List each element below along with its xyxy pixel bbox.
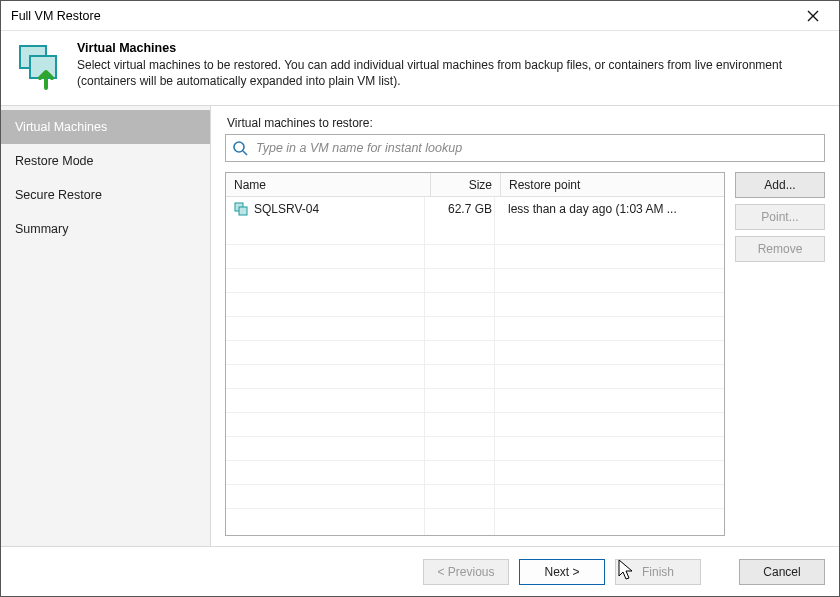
banner-icon [15, 41, 65, 91]
side-buttons: Add... Point... Remove [735, 172, 825, 536]
body: Virtual Machines Restore Mode Secure Res… [1, 106, 839, 546]
sidebar-item-label: Virtual Machines [15, 120, 107, 134]
close-icon [807, 10, 819, 22]
cell-size: 62.7 GB [430, 197, 500, 221]
grid-body[interactable]: SQLSRV-04 62.7 GB less than a day ago (1… [226, 197, 724, 535]
banner-text: Virtual Machines Select virtual machines… [77, 41, 825, 89]
banner-title: Virtual Machines [77, 41, 825, 55]
wizard-sidebar: Virtual Machines Restore Mode Secure Res… [1, 106, 211, 546]
remove-button: Remove [735, 236, 825, 262]
main-panel: Virtual machines to restore: Name Size R… [211, 106, 839, 546]
wizard-window: Full VM Restore Virtual Machines Select … [0, 0, 840, 597]
add-button[interactable]: Add... [735, 172, 825, 198]
grid-header: Name Size Restore point [226, 173, 724, 197]
sidebar-item-label: Restore Mode [15, 154, 94, 168]
search-box[interactable] [225, 134, 825, 162]
search-input[interactable] [254, 135, 818, 161]
titlebar: Full VM Restore [1, 1, 839, 31]
vm-icon [234, 202, 248, 216]
sidebar-item-secure-restore[interactable]: Secure Restore [1, 178, 210, 212]
point-button: Point... [735, 204, 825, 230]
window-title: Full VM Restore [11, 9, 795, 23]
wizard-footer: < Previous Next > Finish Cancel [1, 546, 839, 596]
finish-button: Finish [615, 559, 701, 585]
cancel-button[interactable]: Cancel [739, 559, 825, 585]
column-header-name[interactable]: Name [226, 173, 430, 196]
sidebar-item-restore-mode[interactable]: Restore Mode [1, 144, 210, 178]
search-icon [232, 140, 248, 156]
banner: Virtual Machines Select virtual machines… [1, 31, 839, 106]
section-label: Virtual machines to restore: [227, 116, 825, 130]
banner-description: Select virtual machines to be restored. … [77, 57, 825, 89]
next-button[interactable]: Next > [519, 559, 605, 585]
sidebar-item-label: Summary [15, 222, 68, 236]
sidebar-item-virtual-machines[interactable]: Virtual Machines [1, 110, 210, 144]
grid-area: Name Size Restore point [225, 172, 825, 536]
table-row[interactable]: SQLSRV-04 62.7 GB less than a day ago (1… [226, 197, 724, 221]
sidebar-item-summary[interactable]: Summary [1, 212, 210, 246]
vm-grid: Name Size Restore point [225, 172, 725, 536]
cell-restore-point: less than a day ago (1:03 AM ... [500, 197, 724, 221]
column-header-size[interactable]: Size [430, 173, 500, 196]
svg-line-3 [243, 151, 247, 155]
previous-button: < Previous [423, 559, 509, 585]
vm-restore-icon [16, 42, 64, 90]
sidebar-item-label: Secure Restore [15, 188, 102, 202]
svg-point-2 [234, 142, 244, 152]
window-close-button[interactable] [795, 2, 831, 30]
column-header-restore-point[interactable]: Restore point [500, 173, 724, 196]
svg-rect-5 [239, 207, 247, 215]
cell-name: SQLSRV-04 [254, 202, 319, 216]
